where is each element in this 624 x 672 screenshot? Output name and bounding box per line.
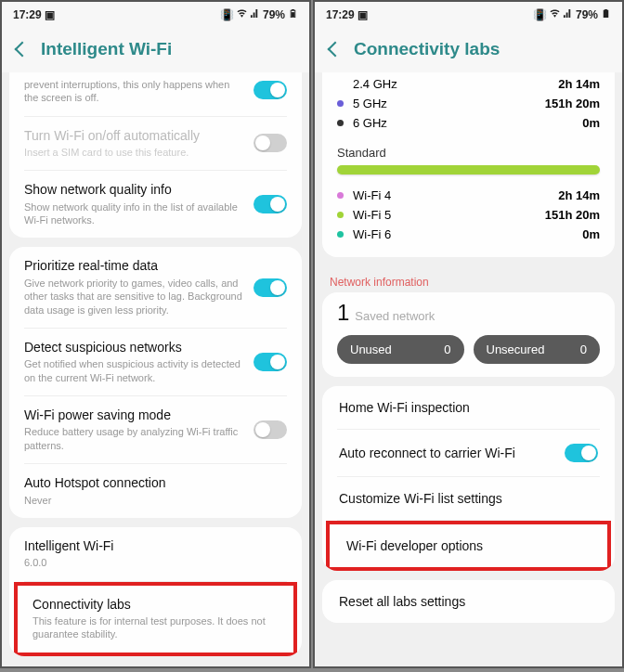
dot-icon (337, 192, 344, 199)
row-priority[interactable]: Prioritize real-time data Give network p… (9, 247, 302, 327)
saved-count: 1 (337, 300, 349, 326)
page-title-r: Connectivity labs (354, 39, 500, 59)
priority-subtitle: Give network priority to games, video ca… (24, 277, 242, 317)
status-time-r: 17:29 (326, 8, 355, 21)
signal-icon-r (563, 8, 573, 21)
card-2: Prioritize real-time data Give network p… (9, 247, 302, 517)
back-icon-r[interactable] (328, 42, 344, 58)
wifi-row-4: Wi-Fi 4 2h 14m (337, 186, 600, 205)
freq-row-5: 5 GHz 151h 20m (337, 94, 600, 113)
intelligent-subtitle: 6.0.0 (24, 556, 287, 569)
vibrate-icon-r: 📳 (533, 8, 547, 21)
row-auto-wifi: Turn Wi-Fi on/off automatically Insert a… (9, 117, 302, 171)
intelligent-title: Intelligent Wi-Fi (24, 538, 287, 555)
wifi-list: Wi-Fi 4 2h 14m Wi-Fi 5 151h 20m Wi-Fi 6 … (322, 186, 615, 257)
suspicious-subtitle: Get notified when suspicious activity is… (24, 357, 242, 384)
row-partial[interactable]: prevent interruptions, this only happens… (9, 72, 302, 116)
battery-icon-r (601, 8, 611, 21)
row-power[interactable]: Wi-Fi power saving mode Reduce battery u… (9, 396, 302, 463)
item-customize[interactable]: Customize Wi-Fi list settings (322, 477, 615, 520)
image-icon-r: ▣ (358, 8, 368, 21)
quality-subtitle: Show network quality info in the list of… (24, 200, 242, 227)
dot-icon (337, 212, 344, 218)
wifi-icon-r (550, 8, 560, 21)
highlight-dev-options: Wi-Fi developer options (326, 521, 611, 571)
vibrate-icon: 📳 (220, 8, 234, 21)
battery-text: 79% (263, 8, 285, 21)
usage-bar (337, 165, 600, 174)
hotspot-title: Auto Hotspot connection (24, 475, 287, 492)
row-hotspot[interactable]: Auto Hotspot connection Never (9, 464, 302, 518)
hotspot-subtitle: Never (24, 494, 287, 507)
freq-row-24: 2.4 GHz 2h 14m (337, 74, 600, 94)
row-suspicious[interactable]: Detect suspicious networks Get notified … (9, 329, 302, 395)
status-bar: 17:29 ▣ 📳 79% (2, 2, 309, 28)
row-connectivity-labs[interactable]: Connectivity labs This feature is for in… (18, 586, 293, 653)
power-title: Wi-Fi power saving mode (24, 407, 242, 424)
highlight-connectivity-labs: Connectivity labs This feature is for in… (14, 582, 297, 656)
power-subtitle: Reduce battery usage by analyzing Wi-Fi … (24, 425, 242, 452)
status-bar-r: 17:29 ▣ 📳 79% (315, 2, 622, 28)
toggle-quality[interactable] (254, 195, 287, 213)
dot-icon (337, 100, 344, 107)
dot-icon (337, 120, 344, 126)
pill-unused[interactable]: Unused 0 (337, 335, 464, 364)
svg-rect-1 (604, 12, 608, 17)
wifi-row-5: Wi-Fi 5 151h 20m (337, 205, 600, 225)
item-home-inspection[interactable]: Home Wi-Fi inspection (322, 386, 615, 429)
back-icon[interactable] (15, 42, 31, 58)
status-time: 17:29 (13, 8, 42, 21)
suspicious-title: Detect suspicious networks (24, 340, 242, 356)
wifi-icon (237, 8, 247, 21)
quality-title: Show network quality info (24, 182, 242, 199)
labs-title: Connectivity labs (32, 597, 279, 614)
battery-text-r: 79% (576, 8, 598, 21)
dot-icon (337, 81, 344, 87)
saved-network-header[interactable]: 1 Saved network (322, 292, 615, 335)
freq-row-6: 6 GHz 0m (337, 113, 600, 133)
priority-title: Prioritize real-time data (24, 258, 242, 275)
phone-left: 17:29 ▣ 📳 79% Intelligent Wi-Fi prevent … (0, 0, 311, 668)
card-items: Home Wi-Fi inspection Auto reconnect to … (322, 386, 615, 571)
header: Intelligent Wi-Fi (2, 28, 309, 72)
wifi-row-6: Wi-Fi 6 0m (337, 225, 600, 244)
item-dev-options[interactable]: Wi-Fi developer options (330, 524, 607, 567)
card-reset: Reset all labs settings (322, 580, 615, 623)
auto-wifi-subtitle: Insert a SIM card to use this feature. (24, 146, 242, 159)
standard-label: Standard (322, 146, 615, 165)
card-1: prevent interruptions, this only happens… (9, 72, 302, 238)
toggle-auto-reconnect[interactable] (565, 444, 598, 462)
item-auto-reconnect[interactable]: Auto reconnect to carrier Wi-Fi (322, 430, 615, 476)
svg-rect-0 (292, 12, 295, 17)
toggle-partial[interactable] (254, 81, 287, 99)
row-intelligent[interactable]: Intelligent Wi-Fi 6.0.0 (9, 527, 302, 581)
freq-list: 2.4 GHz 2h 14m 5 GHz 151h 20m 6 GHz 0m (322, 72, 615, 146)
dot-icon (337, 231, 344, 238)
phone-right: 17:29 ▣ 📳 79% Connectivity labs 2.4 GHz (313, 0, 624, 668)
toggle-power[interactable] (254, 420, 287, 439)
network-info-label: Network information (315, 266, 622, 292)
row-quality[interactable]: Show network quality info Show network q… (9, 171, 302, 238)
labs-subtitle: This feature is for internal test purpos… (32, 614, 279, 641)
auto-wifi-title: Turn Wi-Fi on/off automatically (24, 128, 242, 145)
battery-icon (288, 8, 298, 21)
signal-icon (250, 8, 260, 21)
pill-unsecured[interactable]: Unsecured 0 (474, 335, 601, 364)
saved-label: Saved network (355, 309, 435, 323)
card-network: 1 Saved network Unused 0 Unsecured 0 (322, 292, 615, 377)
image-icon: ▣ (45, 8, 55, 21)
header-r: Connectivity labs (315, 28, 622, 72)
item-reset[interactable]: Reset all labs settings (322, 580, 615, 623)
page-title: Intelligent Wi-Fi (41, 39, 172, 59)
card-freq: 2.4 GHz 2h 14m 5 GHz 151h 20m 6 GHz 0m S… (322, 72, 615, 257)
partial-text: prevent interruptions, this only happens… (24, 78, 242, 105)
toggle-auto-wifi (254, 134, 287, 152)
card-3: Intelligent Wi-Fi 6.0.0 Connectivity lab… (9, 527, 302, 656)
toggle-priority[interactable] (254, 278, 287, 297)
toggle-suspicious[interactable] (254, 353, 287, 371)
